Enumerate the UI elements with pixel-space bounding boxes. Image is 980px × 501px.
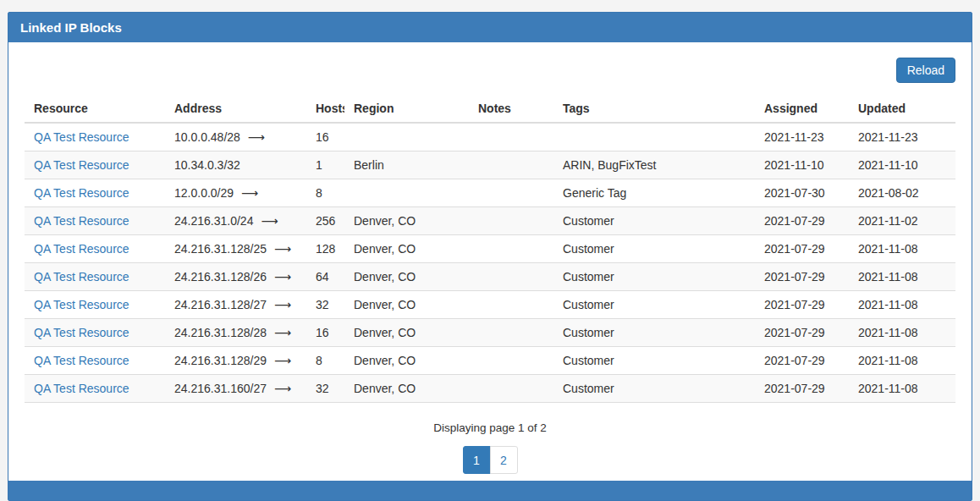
header-row: Resource Address Hosts Region Notes Tags… [25,95,955,123]
notes-cell [469,179,553,207]
address-text: 12.0.0.0/29 [174,186,234,200]
subnet-arrow-icon[interactable]: ⟶ [241,186,258,200]
hosts-cell: 128 [306,235,344,263]
panel-title: Linked IP Blocks [20,20,122,35]
address-cell: 24.216.31.128/27⟶ [165,291,306,319]
panel-header: Linked IP Blocks [8,13,972,42]
page-button-1[interactable]: 1 [463,446,491,474]
page-button-2[interactable]: 2 [490,446,518,474]
updated-cell: 2021-11-08 [849,291,955,319]
address-text: 24.216.31.128/26 [174,270,267,284]
resource-link[interactable]: QA Test Resource [34,130,129,144]
updated-cell: 2021-11-02 [849,207,955,235]
address-text: 10.0.0.48/28 [174,130,240,144]
resource-link[interactable]: QA Test Resource [34,298,129,311]
address-cell: 10.34.0.3/32 [165,151,306,179]
subnet-arrow-icon[interactable]: ⟶ [274,242,291,256]
address-cell: 24.216.31.128/29⟶ [165,347,306,375]
assigned-cell: 2021-11-10 [755,151,849,179]
updated-cell: 2021-11-08 [849,263,955,291]
hosts-cell: 1 [306,151,344,179]
tags-cell: Generic Tag [553,179,755,207]
tags-cell: ARIN, BugFixTest [553,151,755,179]
table-row: QA Test Resource24.216.31.128/26⟶64Denve… [25,263,955,291]
table-row: QA Test Resource24.216.31.160/27⟶32Denve… [25,375,955,403]
hosts-cell: 32 [306,291,344,319]
assigned-cell: 2021-07-29 [755,347,849,375]
resource-link[interactable]: QA Test Resource [34,354,129,367]
table-row: QA Test Resource24.216.31.128/28⟶16Denve… [25,319,955,347]
tags-cell: Customer [553,207,755,235]
subnet-arrow-icon[interactable]: ⟶ [274,354,291,367]
hosts-cell: 16 [306,319,344,347]
assigned-cell: 2021-07-29 [755,375,849,403]
resource-link[interactable]: QA Test Resource [34,326,129,339]
address-text: 24.216.31.128/28 [174,326,267,339]
resource-cell: QA Test Resource [25,235,165,263]
subnet-arrow-icon[interactable]: ⟶ [248,130,265,144]
updated-cell: 2021-11-08 [849,347,955,375]
resource-link[interactable]: QA Test Resource [34,158,129,172]
address-cell: 24.216.31.0/24⟶ [165,207,306,235]
column-header-hosts: Hosts [306,95,344,123]
notes-cell [469,123,553,151]
address-text: 24.216.31.128/27 [174,298,267,311]
table-row: QA Test Resource10.0.0.48/28⟶162021-11-2… [25,123,955,151]
subnet-arrow-icon[interactable]: ⟶ [274,298,291,311]
notes-cell [469,319,553,347]
subnet-arrow-icon[interactable]: ⟶ [274,326,291,339]
resource-link[interactable]: QA Test Resource [34,214,129,228]
tags-cell: Customer [553,319,755,347]
tags-cell: Customer [553,235,755,263]
updated-cell: 2021-08-02 [849,179,955,207]
subnet-arrow-icon[interactable]: ⟶ [261,214,278,228]
resource-cell: QA Test Resource [25,151,165,179]
assigned-cell: 2021-11-23 [755,123,849,151]
tags-cell [553,123,755,151]
resource-link[interactable]: QA Test Resource [34,186,129,200]
resource-cell: QA Test Resource [25,207,165,235]
updated-cell: 2021-11-08 [849,235,955,263]
assigned-cell: 2021-07-29 [755,207,849,235]
region-cell [344,179,469,207]
notes-cell [469,347,553,375]
paging-status: Displaying page 1 of 2 [25,421,955,434]
address-text: 24.216.31.128/29 [174,354,267,367]
column-header-tags: Tags [553,95,755,123]
assigned-cell: 2021-07-29 [755,291,849,319]
region-cell [344,123,469,151]
reload-button[interactable]: Reload [896,58,955,83]
table-row: QA Test Resource24.216.31.128/27⟶32Denve… [25,291,955,319]
column-header-notes: Notes [469,95,553,123]
assigned-cell: 2021-07-29 [755,319,849,347]
resource-cell: QA Test Resource [25,291,165,319]
subnet-arrow-icon[interactable]: ⟶ [274,382,291,395]
region-cell: Denver, CO [344,263,469,291]
ip-blocks-tbody: QA Test Resource10.0.0.48/28⟶162021-11-2… [25,123,955,403]
hosts-cell: 8 [306,347,344,375]
subnet-arrow-icon[interactable]: ⟶ [274,270,291,284]
resource-cell: QA Test Resource [25,123,165,151]
table-row: QA Test Resource24.216.31.0/24⟶256Denver… [25,207,955,235]
updated-cell: 2021-11-08 [849,319,955,347]
resource-link[interactable]: QA Test Resource [34,242,129,256]
region-cell: Denver, CO [344,207,469,235]
resource-link[interactable]: QA Test Resource [34,270,129,284]
tags-cell: Customer [553,375,755,403]
column-header-region: Region [344,95,469,123]
resource-link[interactable]: QA Test Resource [34,382,129,395]
region-cell: Denver, CO [344,291,469,319]
hosts-cell: 16 [306,123,344,151]
table-row: QA Test Resource24.216.31.128/25⟶128Denv… [25,235,955,263]
tags-cell: Customer [553,291,755,319]
assigned-cell: 2021-07-29 [755,235,849,263]
table-row: QA Test Resource12.0.0.0/29⟶8Generic Tag… [25,179,955,207]
address-cell: 24.216.31.128/25⟶ [165,235,306,263]
table-head: Resource Address Hosts Region Notes Tags… [25,95,955,123]
address-cell: 24.216.31.160/27⟶ [165,375,306,403]
assigned-cell: 2021-07-30 [755,179,849,207]
pagination: 12 [25,446,955,474]
updated-cell: 2021-11-23 [849,123,955,151]
linked-ip-blocks-panel: Linked IP Blocks Reload Resource Address… [8,12,972,501]
region-cell: Denver, CO [344,235,469,263]
